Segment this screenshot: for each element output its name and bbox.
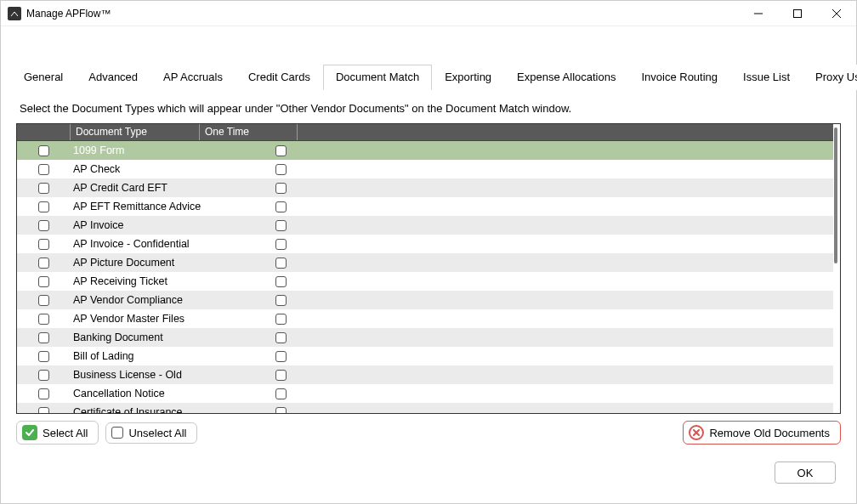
tab-ap-accruals[interactable]: AP Accruals — [150, 65, 236, 90]
one-time-cell — [275, 239, 326, 250]
table-row[interactable]: 1099 Form — [17, 141, 833, 160]
tab-invoice-routing[interactable]: Invoice Routing — [628, 65, 730, 90]
table-row[interactable]: AP Picture Document — [17, 253, 833, 272]
row-select-checkbox[interactable] — [38, 183, 49, 194]
one-time-checkbox[interactable] — [275, 388, 287, 399]
row-select-checkbox[interactable] — [38, 351, 49, 362]
maximize-button[interactable] — [778, 1, 817, 26]
tab-general[interactable]: General — [11, 65, 76, 90]
minimize-button[interactable] — [739, 1, 778, 26]
one-time-checkbox[interactable] — [275, 314, 287, 325]
table-row[interactable]: AP Vendor Compliance — [17, 291, 833, 309]
one-time-checkbox[interactable] — [275, 332, 287, 343]
one-time-checkbox[interactable] — [275, 407, 287, 414]
row-select-checkbox[interactable] — [38, 220, 49, 231]
one-time-cell — [275, 332, 326, 343]
table-row[interactable]: AP Check — [17, 160, 833, 178]
select-all-button[interactable]: Select All — [16, 421, 99, 445]
scrollbar-thumb[interactable] — [834, 127, 837, 263]
row-select-cell — [17, 295, 70, 306]
table-row[interactable]: AP EFT Remittance Advice — [17, 197, 833, 216]
row-select-checkbox[interactable] — [38, 145, 49, 156]
header-document-type[interactable]: Document Type — [70, 124, 199, 140]
row-select-checkbox[interactable] — [38, 295, 49, 306]
ok-button[interactable]: OK — [775, 462, 836, 484]
table-row[interactable]: AP Credit Card EFT — [17, 178, 833, 197]
row-select-checkbox[interactable] — [38, 258, 49, 269]
row-select-checkbox[interactable] — [38, 407, 49, 414]
row-select-cell — [17, 351, 70, 362]
app-icon — [8, 7, 21, 20]
table-row[interactable]: AP Invoice - Confidential — [17, 235, 833, 253]
tab-label: Issue List — [743, 71, 790, 83]
row-select-checkbox[interactable] — [38, 332, 49, 343]
table-row[interactable]: Bill of Lading — [17, 347, 833, 365]
one-time-checkbox[interactable] — [275, 239, 287, 250]
document-type-cell: AP EFT Remittance Advice — [70, 201, 275, 212]
content-area: GeneralAdvancedAP AccrualsCredit CardsDo… — [1, 26, 856, 503]
table-row[interactable]: Cancellation Notice — [17, 384, 833, 403]
unselect-all-label: Unselect All — [128, 427, 186, 439]
table-row[interactable]: Banking Document — [17, 328, 833, 347]
grid-header: Document Type One Time Attachment — [17, 124, 833, 141]
one-time-checkbox[interactable] — [275, 220, 287, 231]
remove-icon — [689, 425, 704, 440]
document-type-cell: AP Vendor Compliance — [70, 294, 275, 306]
empty-checkbox-icon — [111, 427, 123, 439]
tab-expense-allocations[interactable]: Expense Allocations — [504, 65, 628, 90]
app-window: Manage APFlow™ GeneralAdvancedAP Accrual… — [0, 0, 857, 504]
one-time-checkbox[interactable] — [275, 145, 287, 156]
one-time-checkbox[interactable] — [275, 258, 287, 269]
row-select-cell — [17, 314, 70, 325]
header-select-col[interactable] — [17, 124, 70, 140]
table-row[interactable]: AP Receiving Ticket — [17, 272, 833, 291]
tab-document-match[interactable]: Document Match — [323, 65, 432, 90]
one-time-checkbox[interactable] — [275, 370, 287, 381]
grid-scrollbar[interactable] — [833, 127, 838, 410]
row-select-checkbox[interactable] — [38, 370, 49, 381]
one-time-checkbox[interactable] — [275, 183, 287, 194]
row-select-cell — [17, 258, 70, 269]
unselect-all-button[interactable]: Unselect All — [105, 422, 197, 444]
tab-issue-list[interactable]: Issue List — [730, 65, 803, 90]
document-type-cell: AP Vendor Master Files — [70, 313, 275, 325]
one-time-checkbox[interactable] — [275, 276, 287, 287]
table-row[interactable]: AP Vendor Master Files — [17, 309, 833, 328]
header-one-time[interactable]: One Time Attachment — [199, 124, 297, 140]
grid-buttons-row: Select All Unselect All Remove Old Docum… — [16, 421, 841, 445]
row-select-cell — [17, 201, 70, 212]
row-select-checkbox[interactable] — [38, 388, 49, 399]
table-row[interactable]: AP Invoice — [17, 216, 833, 235]
close-button[interactable] — [817, 1, 856, 26]
row-select-checkbox[interactable] — [38, 314, 49, 325]
row-select-checkbox[interactable] — [38, 276, 49, 287]
one-time-checkbox[interactable] — [275, 164, 287, 175]
table-row[interactable]: Certificate of Insurance — [17, 403, 833, 413]
tab-proxy-users[interactable]: Proxy Users — [803, 65, 857, 90]
row-select-checkbox[interactable] — [38, 164, 49, 175]
one-time-checkbox[interactable] — [275, 201, 287, 212]
row-select-checkbox[interactable] — [38, 201, 49, 212]
table-row[interactable]: Business License - Old — [17, 365, 833, 384]
remove-old-documents-button[interactable]: Remove Old Documents — [683, 421, 841, 445]
row-select-cell — [17, 183, 70, 194]
remove-old-label: Remove Old Documents — [709, 427, 830, 439]
tab-advanced[interactable]: Advanced — [76, 65, 150, 90]
grid-rows: 1099 FormAP CheckAP Credit Card EFTAP EF… — [17, 141, 833, 413]
one-time-checkbox[interactable] — [275, 295, 287, 306]
row-select-checkbox[interactable] — [38, 239, 49, 250]
one-time-checkbox[interactable] — [275, 351, 287, 362]
dialog-buttons-row: OK — [11, 462, 836, 484]
tab-exporting[interactable]: Exporting — [432, 65, 504, 90]
one-time-cell — [275, 276, 326, 287]
tab-label: AP Accruals — [163, 71, 223, 83]
one-time-cell — [275, 220, 326, 231]
tab-label: Document Match — [336, 71, 419, 83]
tab-credit-cards[interactable]: Credit Cards — [236, 65, 323, 90]
row-select-cell — [17, 145, 70, 156]
tab-label: Expense Allocations — [517, 71, 616, 83]
document-types-grid: Document Type One Time Attachment 1099 F… — [16, 123, 841, 414]
document-type-cell: AP Picture Document — [70, 257, 275, 269]
tab-label: Invoice Routing — [641, 71, 718, 83]
document-type-cell: AP Invoice - Confidential — [70, 238, 275, 250]
